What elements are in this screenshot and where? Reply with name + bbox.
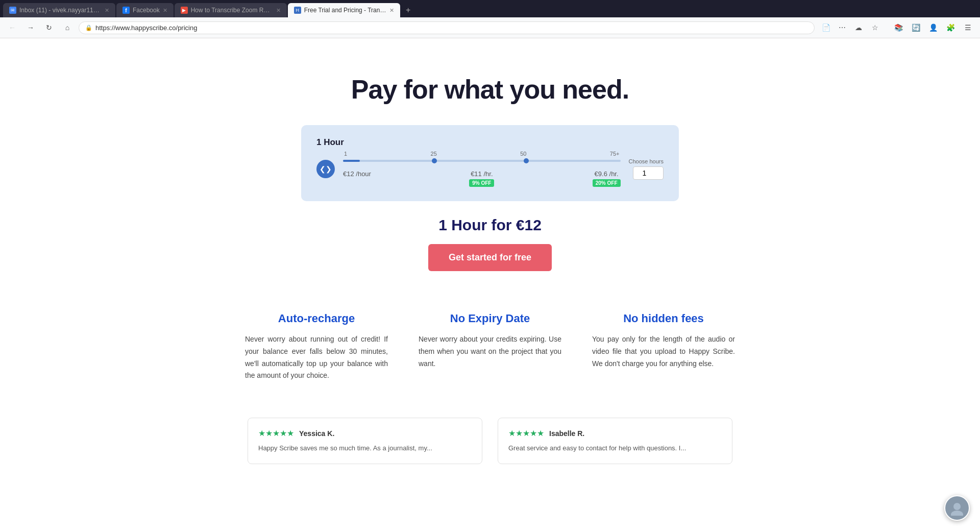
address-bar[interactable]: 🔒 https://www.happyscribe.co/pricing bbox=[79, 21, 815, 34]
page-title: Pay for what you need. bbox=[0, 38, 980, 125]
review-stars-isabelle: ★★★★★ bbox=[508, 428, 544, 438]
svg-point-0 bbox=[953, 503, 961, 510]
tab-favicon-inbox: ✉ bbox=[9, 7, 16, 14]
tab-favicon-happyscribe: H bbox=[294, 7, 301, 14]
tab-label-happyscribe: Free Trial and Pricing - Transc... bbox=[304, 7, 386, 14]
refresh-button[interactable]: ↻ bbox=[42, 20, 56, 35]
slider-dot-50 bbox=[524, 158, 529, 163]
cta-btn-wrapper: Get started for free bbox=[0, 244, 980, 271]
tab-label-inbox: Inbox (11) - vivek.nayyar1107@... bbox=[19, 7, 102, 14]
sync-button[interactable]: 🔄 bbox=[909, 20, 923, 35]
pocket-button[interactable]: ☁ bbox=[851, 20, 866, 35]
lock-icon: 🔒 bbox=[85, 25, 92, 31]
avatar-icon bbox=[949, 500, 965, 516]
tab-close-zoom[interactable]: ✕ bbox=[276, 7, 281, 14]
review-header-yessica: ★★★★★ Yessica K. bbox=[258, 428, 472, 438]
review-card-yessica: ★★★★★ Yessica K. Happy Scribe saves me s… bbox=[248, 418, 482, 464]
discount-badge-9: 9% OFF bbox=[469, 179, 494, 187]
reviewer-name-yessica: Yessica K. bbox=[299, 429, 334, 438]
review-text-yessica: Happy Scribe saves me so much time. As a… bbox=[258, 443, 472, 453]
tab-close-facebook[interactable]: ✕ bbox=[163, 7, 167, 14]
price-12: €12 /hour bbox=[343, 170, 371, 178]
chevron-left-icon: ❮❯ bbox=[320, 165, 332, 173]
reader-view-button[interactable]: 📄 bbox=[819, 20, 833, 35]
home-button[interactable]: ⌂ bbox=[60, 20, 75, 35]
floating-avatar[interactable] bbox=[944, 495, 970, 521]
slider-track-wrapper: 1 25 50 75+ €12 /hour €11 /hr. bbox=[343, 151, 621, 187]
get-started-button[interactable]: Get started for free bbox=[428, 244, 552, 271]
feature-title-no-hidden-fees: No hidden fees bbox=[592, 312, 735, 325]
slider-input-group: Choose hours bbox=[629, 158, 664, 180]
url-text: https://www.happyscribe.co/pricing bbox=[95, 24, 808, 32]
extensions-button[interactable]: 🧩 bbox=[943, 20, 958, 35]
mark-75plus: 75+ bbox=[610, 151, 620, 157]
bookmark-button[interactable]: ☆ bbox=[868, 20, 882, 35]
price-11: €11 /hr. bbox=[469, 170, 494, 178]
price-summary: 1 Hour for €12 bbox=[0, 216, 980, 234]
svg-point-1 bbox=[951, 511, 963, 516]
feature-desc-auto-recharge: Never worry about running out of credit!… bbox=[245, 333, 388, 382]
slider-track-section: ❮❯ 1 25 50 75+ €12 /hour bbox=[316, 151, 664, 187]
reviewer-name-isabelle: Isabelle R. bbox=[549, 429, 584, 438]
review-stars-yessica: ★★★★★ bbox=[258, 428, 294, 438]
new-tab-button[interactable]: + bbox=[401, 3, 415, 17]
back-button[interactable]: ← bbox=[5, 20, 19, 35]
mark-1: 1 bbox=[344, 151, 347, 157]
tab-label-zoom: How to Transcribe Zoom Rec... bbox=[191, 7, 273, 14]
tab-facebook[interactable]: f Facebook ✕ bbox=[116, 3, 174, 17]
tab-close-happyscribe[interactable]: ✕ bbox=[389, 7, 394, 14]
tab-happyscribe[interactable]: H Free Trial and Pricing - Transc... ✕ bbox=[288, 3, 400, 17]
tab-close-inbox[interactable]: ✕ bbox=[105, 7, 109, 14]
feature-auto-recharge: Auto-recharge Never worry about running … bbox=[245, 312, 388, 382]
feature-no-hidden-fees: No hidden fees You pay only for the leng… bbox=[592, 312, 735, 382]
slider-price-labels: €12 /hour €11 /hr. 9% OFF €9.6 /hr. 20% … bbox=[343, 170, 621, 187]
review-card-isabelle: ★★★★★ Isabelle R. Great service and easy… bbox=[498, 418, 732, 464]
pricing-slider-container: 1 Hour ❮❯ 1 25 50 75+ bbox=[301, 125, 679, 201]
browser-chrome: ✉ Inbox (11) - vivek.nayyar1107@... ✕ f … bbox=[0, 0, 980, 38]
price-item-96: €9.6 /hr. 20% OFF bbox=[593, 170, 621, 187]
review-text-isabelle: Great service and easy to contact for he… bbox=[508, 443, 722, 453]
tab-label-facebook: Facebook bbox=[133, 7, 160, 14]
account-button[interactable]: 👤 bbox=[926, 20, 940, 35]
feature-no-expiry: No Expiry Date Never worry about your cr… bbox=[419, 312, 561, 382]
price-summary-text: 1 Hour for €12 bbox=[438, 216, 542, 233]
mark-25: 25 bbox=[431, 151, 437, 157]
hours-input[interactable] bbox=[633, 166, 664, 180]
hours-label: 1 Hour bbox=[316, 137, 664, 148]
price-item-11: €11 /hr. 9% OFF bbox=[469, 170, 494, 187]
browser-tabs: ✉ Inbox (11) - vivek.nayyar1107@... ✕ f … bbox=[0, 0, 980, 17]
toolbar-right: 📄 ⋯ ☁ ☆ bbox=[819, 20, 882, 35]
tab-favicon-facebook: f bbox=[122, 7, 130, 14]
choose-hours-label: Choose hours bbox=[629, 158, 664, 164]
feature-desc-no-expiry: Never worry about your credits expiring.… bbox=[419, 333, 561, 370]
slider-controls-button[interactable]: ❮❯ bbox=[316, 160, 335, 178]
page-content: Pay for what you need. 1 Hour ❮❯ 1 25 50… bbox=[0, 38, 980, 531]
reviews-section: ★★★★★ Yessica K. Happy Scribe saves me s… bbox=[184, 407, 796, 474]
slider-fill bbox=[343, 160, 360, 162]
review-header-isabelle: ★★★★★ Isabelle R. bbox=[508, 428, 722, 438]
slider-marks: 1 25 50 75+ bbox=[343, 151, 621, 157]
feature-title-no-expiry: No Expiry Date bbox=[419, 312, 561, 325]
browser-toolbar: ← → ↻ ⌂ 🔒 https://www.happyscribe.co/pri… bbox=[0, 17, 980, 38]
price-item-12: €12 /hour bbox=[343, 170, 371, 187]
menu-button[interactable]: ⋯ bbox=[835, 20, 849, 35]
browser-right-icons: 📚 🔄 👤 🧩 ☰ bbox=[891, 20, 975, 35]
tab-inbox[interactable]: ✉ Inbox (11) - vivek.nayyar1107@... ✕ bbox=[3, 3, 115, 17]
feature-desc-no-hidden-fees: You pay only for the length of the audio… bbox=[592, 333, 735, 370]
price-96: €9.6 /hr. bbox=[593, 170, 621, 178]
features-section: Auto-recharge Never worry about running … bbox=[184, 292, 796, 407]
slider-dot-25 bbox=[432, 158, 437, 163]
hamburger-button[interactable]: ☰ bbox=[961, 20, 975, 35]
slider-track[interactable] bbox=[343, 160, 621, 162]
discount-badge-20: 20% OFF bbox=[593, 179, 621, 187]
library-button[interactable]: 📚 bbox=[891, 20, 905, 35]
feature-title-auto-recharge: Auto-recharge bbox=[245, 312, 388, 325]
forward-button[interactable]: → bbox=[23, 20, 38, 35]
mark-50: 50 bbox=[520, 151, 526, 157]
tab-favicon-zoom: ▶ bbox=[181, 7, 188, 14]
tab-zoom[interactable]: ▶ How to Transcribe Zoom Rec... ✕ bbox=[175, 3, 287, 17]
